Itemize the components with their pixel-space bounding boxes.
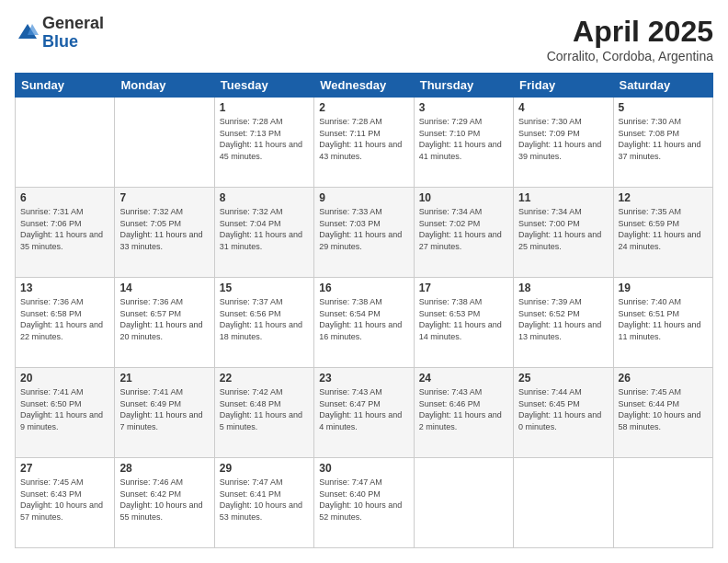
day-number: 27 — [20, 462, 109, 475]
day-number: 17 — [419, 282, 508, 294]
day-number: 16 — [319, 282, 408, 294]
day-cell: 18Sunrise: 7:39 AM Sunset: 6:52 PM Dayli… — [514, 278, 613, 368]
day-info: Sunrise: 7:37 AM Sunset: 6:56 PM Dayligh… — [220, 296, 309, 342]
day-number: 1 — [220, 101, 309, 114]
day-info: Sunrise: 7:34 AM Sunset: 7:00 PM Dayligh… — [518, 206, 608, 252]
day-cell: 21Sunrise: 7:41 AM Sunset: 6:49 PM Dayli… — [115, 368, 214, 458]
day-cell: 14Sunrise: 7:36 AM Sunset: 6:57 PM Dayli… — [115, 278, 214, 368]
day-cell — [514, 458, 613, 548]
day-cell: 2Sunrise: 7:28 AM Sunset: 7:11 PM Daylig… — [314, 98, 414, 188]
day-number: 5 — [619, 101, 708, 114]
day-info: Sunrise: 7:30 AM Sunset: 7:09 PM Dayligh… — [518, 116, 608, 162]
day-cell — [115, 98, 214, 188]
day-number: 3 — [419, 101, 508, 114]
day-cell: 8Sunrise: 7:32 AM Sunset: 7:04 PM Daylig… — [214, 188, 313, 278]
day-info: Sunrise: 7:31 AM Sunset: 7:06 PM Dayligh… — [20, 206, 109, 252]
day-info: Sunrise: 7:42 AM Sunset: 6:48 PM Dayligh… — [220, 386, 309, 432]
day-cell: 13Sunrise: 7:36 AM Sunset: 6:58 PM Dayli… — [16, 278, 115, 368]
day-number: 11 — [518, 191, 608, 204]
month-title: April 2025 — [547, 15, 713, 49]
day-number: 2 — [319, 101, 408, 114]
day-cell: 15Sunrise: 7:37 AM Sunset: 6:56 PM Dayli… — [214, 278, 313, 368]
col-tuesday: Tuesday — [214, 74, 313, 98]
day-cell: 28Sunrise: 7:46 AM Sunset: 6:42 PM Dayli… — [115, 458, 214, 548]
week-row-3: 13Sunrise: 7:36 AM Sunset: 6:58 PM Dayli… — [16, 278, 713, 368]
col-thursday: Thursday — [414, 74, 513, 98]
day-cell — [613, 458, 712, 548]
logo: General Blue — [15, 15, 104, 52]
day-info: Sunrise: 7:32 AM Sunset: 7:05 PM Dayligh… — [119, 206, 209, 252]
calendar-table: Sunday Monday Tuesday Wednesday Thursday… — [15, 73, 713, 548]
day-number: 29 — [220, 462, 309, 475]
day-number: 12 — [619, 191, 708, 204]
week-row-1: 1Sunrise: 7:28 AM Sunset: 7:13 PM Daylig… — [16, 98, 713, 188]
day-number: 25 — [518, 372, 608, 385]
day-info: Sunrise: 7:28 AM Sunset: 7:13 PM Dayligh… — [220, 116, 309, 162]
day-info: Sunrise: 7:47 AM Sunset: 6:40 PM Dayligh… — [319, 477, 408, 523]
day-number: 18 — [518, 282, 608, 294]
day-info: Sunrise: 7:38 AM Sunset: 6:54 PM Dayligh… — [319, 296, 408, 342]
week-row-5: 27Sunrise: 7:45 AM Sunset: 6:43 PM Dayli… — [16, 458, 713, 548]
day-info: Sunrise: 7:44 AM Sunset: 6:45 PM Dayligh… — [518, 386, 608, 432]
day-number: 6 — [20, 191, 109, 204]
day-cell: 24Sunrise: 7:43 AM Sunset: 6:46 PM Dayli… — [414, 368, 513, 458]
day-cell: 16Sunrise: 7:38 AM Sunset: 6:54 PM Dayli… — [314, 278, 414, 368]
day-cell — [16, 98, 115, 188]
col-saturday: Saturday — [613, 74, 712, 98]
week-row-2: 6Sunrise: 7:31 AM Sunset: 7:06 PM Daylig… — [16, 188, 713, 278]
day-info: Sunrise: 7:40 AM Sunset: 6:51 PM Dayligh… — [619, 296, 708, 342]
day-info: Sunrise: 7:36 AM Sunset: 6:57 PM Dayligh… — [119, 296, 209, 342]
week-row-4: 20Sunrise: 7:41 AM Sunset: 6:50 PM Dayli… — [16, 368, 713, 458]
day-cell: 12Sunrise: 7:35 AM Sunset: 6:59 PM Dayli… — [613, 188, 712, 278]
page: General Blue April 2025 Corralito, Cordo… — [0, 0, 728, 563]
day-info: Sunrise: 7:41 AM Sunset: 6:49 PM Dayligh… — [119, 386, 209, 432]
day-info: Sunrise: 7:32 AM Sunset: 7:04 PM Dayligh… — [220, 206, 309, 252]
day-cell: 29Sunrise: 7:47 AM Sunset: 6:41 PM Dayli… — [214, 458, 313, 548]
day-number: 19 — [619, 282, 708, 294]
day-number: 21 — [119, 372, 209, 385]
day-info: Sunrise: 7:43 AM Sunset: 6:47 PM Dayligh… — [319, 386, 408, 432]
subtitle: Corralito, Cordoba, Argentina — [547, 49, 713, 63]
day-number: 30 — [319, 462, 408, 475]
day-cell: 20Sunrise: 7:41 AM Sunset: 6:50 PM Dayli… — [16, 368, 115, 458]
col-sunday: Sunday — [16, 74, 115, 98]
day-cell: 25Sunrise: 7:44 AM Sunset: 6:45 PM Dayli… — [514, 368, 613, 458]
day-number: 9 — [319, 191, 408, 204]
day-cell: 9Sunrise: 7:33 AM Sunset: 7:03 PM Daylig… — [314, 188, 414, 278]
day-info: Sunrise: 7:36 AM Sunset: 6:58 PM Dayligh… — [20, 296, 109, 342]
day-info: Sunrise: 7:46 AM Sunset: 6:42 PM Dayligh… — [119, 477, 209, 523]
day-number: 26 — [619, 372, 708, 385]
logo-general-text: General — [42, 15, 104, 33]
day-number: 15 — [220, 282, 309, 294]
day-number: 8 — [220, 191, 309, 204]
day-info: Sunrise: 7:35 AM Sunset: 6:59 PM Dayligh… — [619, 206, 708, 252]
day-cell: 26Sunrise: 7:45 AM Sunset: 6:44 PM Dayli… — [613, 368, 712, 458]
col-monday: Monday — [115, 74, 214, 98]
day-cell: 10Sunrise: 7:34 AM Sunset: 7:02 PM Dayli… — [414, 188, 513, 278]
day-cell: 22Sunrise: 7:42 AM Sunset: 6:48 PM Dayli… — [214, 368, 313, 458]
day-number: 22 — [220, 372, 309, 385]
day-cell: 27Sunrise: 7:45 AM Sunset: 6:43 PM Dayli… — [16, 458, 115, 548]
header: General Blue April 2025 Corralito, Cordo… — [15, 15, 713, 63]
day-info: Sunrise: 7:30 AM Sunset: 7:08 PM Dayligh… — [619, 116, 708, 162]
day-cell: 11Sunrise: 7:34 AM Sunset: 7:00 PM Dayli… — [514, 188, 613, 278]
logo-blue-text: Blue — [42, 33, 104, 52]
title-section: April 2025 Corralito, Cordoba, Argentina — [547, 15, 713, 63]
day-cell: 3Sunrise: 7:29 AM Sunset: 7:10 PM Daylig… — [414, 98, 513, 188]
logo-icon — [15, 20, 40, 46]
day-number: 20 — [20, 372, 109, 385]
day-cell: 6Sunrise: 7:31 AM Sunset: 7:06 PM Daylig… — [16, 188, 115, 278]
day-info: Sunrise: 7:38 AM Sunset: 6:53 PM Dayligh… — [419, 296, 508, 342]
day-cell: 23Sunrise: 7:43 AM Sunset: 6:47 PM Dayli… — [314, 368, 414, 458]
day-number: 28 — [119, 462, 209, 475]
day-info: Sunrise: 7:41 AM Sunset: 6:50 PM Dayligh… — [20, 386, 109, 432]
day-info: Sunrise: 7:34 AM Sunset: 7:02 PM Dayligh… — [419, 206, 508, 252]
day-info: Sunrise: 7:33 AM Sunset: 7:03 PM Dayligh… — [319, 206, 408, 252]
day-cell: 4Sunrise: 7:30 AM Sunset: 7:09 PM Daylig… — [514, 98, 613, 188]
day-info: Sunrise: 7:45 AM Sunset: 6:44 PM Dayligh… — [619, 386, 708, 432]
header-row: Sunday Monday Tuesday Wednesday Thursday… — [16, 74, 713, 98]
day-cell — [414, 458, 513, 548]
day-info: Sunrise: 7:29 AM Sunset: 7:10 PM Dayligh… — [419, 116, 508, 162]
day-number: 10 — [419, 191, 508, 204]
day-number: 14 — [119, 282, 209, 294]
